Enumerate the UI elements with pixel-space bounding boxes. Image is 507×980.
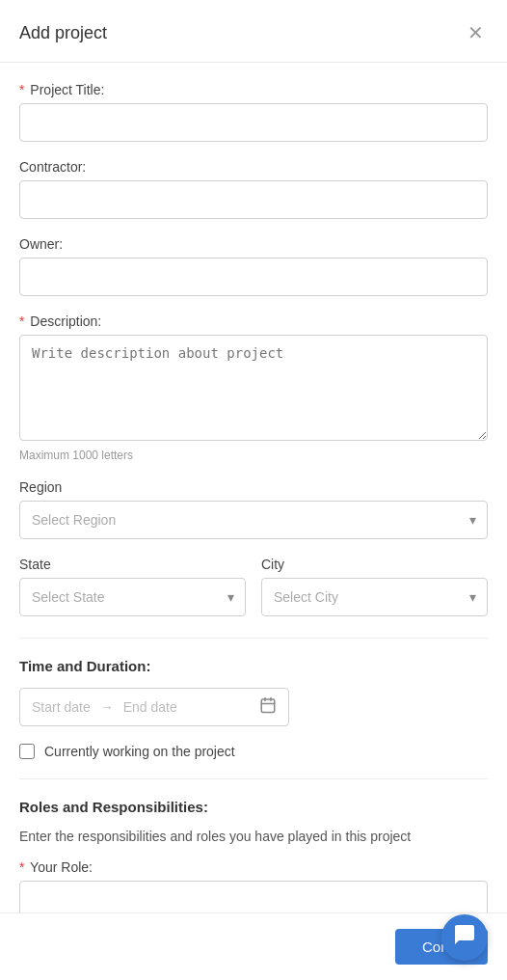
continue-btn-bar: Con... bbox=[0, 912, 507, 980]
contractor-label: Contractor: bbox=[19, 159, 488, 175]
state-group: State Select State ▾ bbox=[19, 557, 246, 616]
currently-working-checkbox[interactable] bbox=[19, 744, 35, 759]
city-group: City Select City ▾ bbox=[261, 557, 488, 616]
svg-rect-0 bbox=[261, 699, 275, 713]
section-divider-2 bbox=[19, 778, 488, 779]
char-limit-text: Maximum 1000 letters bbox=[19, 449, 488, 462]
description-label: * Description: bbox=[19, 313, 488, 329]
calendar-icon bbox=[259, 696, 277, 718]
role-required-star: * bbox=[19, 859, 24, 875]
project-title-group: * Project Title: bbox=[19, 82, 488, 142]
region-group: Region Select Region ▾ bbox=[19, 479, 488, 539]
currently-working-label: Currently working on the project bbox=[44, 744, 235, 759]
state-select-wrapper: Select State ▾ bbox=[19, 578, 246, 616]
region-label: Region bbox=[19, 479, 488, 495]
modal-title: Add project bbox=[19, 23, 107, 43]
state-city-row: State Select State ▾ City Select City ▾ bbox=[19, 557, 488, 634]
section-divider-1 bbox=[19, 638, 488, 639]
required-star: * bbox=[19, 82, 24, 97]
city-select[interactable]: Select City bbox=[261, 578, 488, 616]
region-select-wrapper: Select Region ▾ bbox=[19, 501, 488, 539]
owner-input[interactable] bbox=[19, 258, 488, 296]
state-label: State bbox=[19, 557, 246, 572]
contractor-input[interactable] bbox=[19, 180, 488, 219]
date-range-picker[interactable]: Start date → End date bbox=[19, 688, 289, 726]
time-duration-group: Time and Duration: Start date → End date bbox=[19, 658, 488, 726]
owner-label: Owner: bbox=[19, 236, 488, 252]
close-icon: ✕ bbox=[467, 23, 484, 42]
roles-description: Enter the responsibilities and roles you… bbox=[19, 829, 488, 844]
your-role-group: * Your Role: bbox=[19, 859, 488, 919]
project-title-label: * Project Title: bbox=[19, 82, 488, 97]
region-select[interactable]: Select Region bbox=[19, 501, 488, 539]
modal-header: Add project ✕ bbox=[0, 0, 507, 63]
city-select-wrapper: Select City ▾ bbox=[261, 578, 488, 616]
contractor-group: Contractor: bbox=[19, 159, 488, 219]
project-title-input[interactable] bbox=[19, 103, 488, 142]
state-select[interactable]: Select State bbox=[19, 578, 246, 616]
description-textarea[interactable] bbox=[19, 335, 488, 441]
start-date-placeholder: Start date bbox=[32, 699, 91, 715]
time-duration-title: Time and Duration: bbox=[19, 658, 488, 674]
roles-section-title: Roles and Responsibilities: bbox=[19, 799, 488, 815]
date-arrow-icon: → bbox=[100, 699, 114, 715]
owner-group: Owner: bbox=[19, 236, 488, 296]
modal-body: * Project Title: Contractor: Owner: * De… bbox=[0, 63, 507, 980]
end-date-placeholder: End date bbox=[123, 699, 177, 715]
currently-working-group: Currently working on the project bbox=[19, 744, 488, 759]
chat-bubble-icon bbox=[453, 923, 476, 952]
add-project-modal: Add project ✕ * Project Title: Contracto… bbox=[0, 0, 507, 980]
description-group: * Description: Maximum 1000 letters bbox=[19, 313, 488, 462]
your-role-label: * Your Role: bbox=[19, 859, 488, 875]
close-button[interactable]: ✕ bbox=[464, 19, 488, 46]
roles-section: Roles and Responsibilities: Enter the re… bbox=[19, 799, 488, 919]
chat-bubble-button[interactable] bbox=[441, 914, 488, 961]
desc-required-star: * bbox=[19, 313, 24, 329]
city-label: City bbox=[261, 557, 488, 572]
